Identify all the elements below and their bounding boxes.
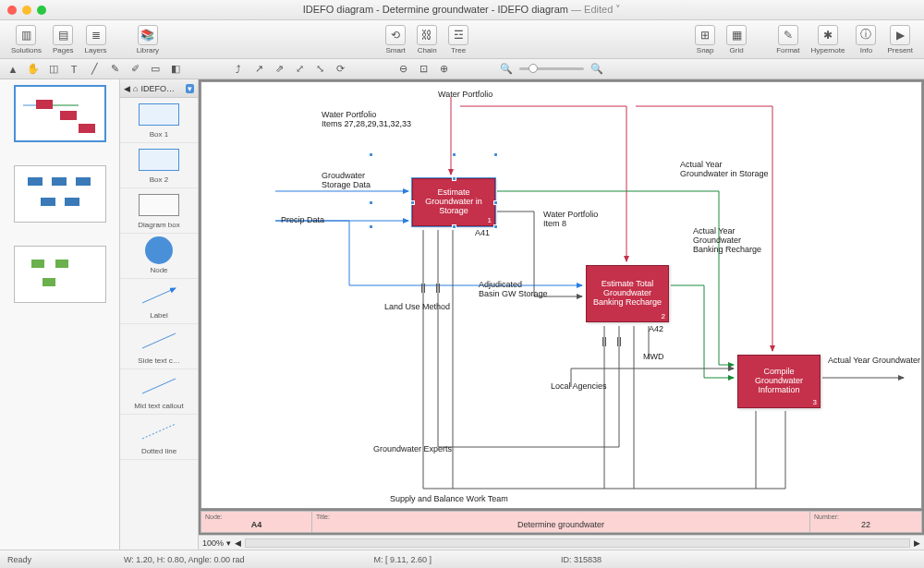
callout-tool[interactable]: ◧ xyxy=(168,62,183,77)
zoom-slider[interactable] xyxy=(519,67,584,70)
number-field-label: Number: xyxy=(814,514,918,520)
label-ay-banking: Actual Year Groundwater Banking Recharge xyxy=(693,226,761,254)
label-ay-groundwater: Actual Year Groundwater xyxy=(828,356,920,365)
pencil-tool[interactable]: ✎ xyxy=(107,62,122,77)
label-precip: Precip Data xyxy=(281,215,324,224)
page-thumb-1[interactable] xyxy=(14,85,106,142)
pointer-tool[interactable]: ▲ xyxy=(6,62,20,77)
zoom-value-select[interactable]: 100% ▾ xyxy=(202,538,231,548)
lib-item-label[interactable]: Label xyxy=(120,279,198,324)
svg-line-15 xyxy=(142,379,176,393)
lasso-tool[interactable]: ◫ xyxy=(46,62,61,77)
hypernote-button[interactable]: ✱Hypernote xyxy=(806,21,851,58)
zoom-out2[interactable]: 🔍 xyxy=(499,62,514,77)
tree-button[interactable]: ☲Tree xyxy=(443,21,474,58)
resize-handle[interactable] xyxy=(493,200,498,205)
hand-tool[interactable]: ✋ xyxy=(26,62,41,77)
grid-button[interactable]: ▦Grid xyxy=(721,21,752,58)
page-thumb-3[interactable] xyxy=(14,246,106,303)
svg-rect-12 xyxy=(43,278,55,286)
svg-rect-5 xyxy=(28,177,43,186)
zoom-icon[interactable] xyxy=(37,6,46,15)
conn5-tool[interactable]: ⤡ xyxy=(312,62,327,77)
resize-handle[interactable] xyxy=(452,152,456,157)
resize-handle[interactable] xyxy=(369,152,373,157)
label-mwd: MWD xyxy=(643,352,664,361)
solutions-icon: ▥ xyxy=(16,25,36,45)
conn4-tool[interactable]: ⤢ xyxy=(292,62,307,77)
tool-row: ▲ ✋ ◫ T ╱ ✎ ✐ ▭ ◧ ⤴ ↗ ⇗ ⤢ ⤡ ⟳ ⊖ ⊡ ⊕ 🔍 🔍 xyxy=(0,59,924,79)
library-header[interactable]: ◀ ⌂ IDEFO… ▾ xyxy=(120,79,198,98)
text-tool[interactable]: T xyxy=(67,62,81,77)
mid-text-shape xyxy=(137,373,181,399)
diagram-box-b3[interactable]: Compile Groundwater Information3 xyxy=(737,355,821,408)
resize-handle[interactable] xyxy=(410,200,415,205)
lib-item-diagram-box[interactable]: Diagram box xyxy=(120,188,198,234)
page-thumb-2[interactable] xyxy=(14,165,106,223)
h-scrollbar[interactable] xyxy=(245,538,910,548)
resize-handle[interactable] xyxy=(452,176,456,181)
format-button[interactable]: ✎Format xyxy=(771,21,805,58)
present-button[interactable]: ▶Present xyxy=(881,21,918,58)
solutions-button[interactable]: ▥Solutions xyxy=(6,21,47,58)
conn3-tool[interactable]: ⇗ xyxy=(272,62,286,77)
label-wp-items: Water Portfolio Items 27,28,29,31,32,33 xyxy=(322,110,411,128)
close-icon[interactable] xyxy=(7,6,17,15)
lib-item-dotted[interactable]: Dotted line xyxy=(120,415,198,460)
node-shape xyxy=(137,237,181,263)
dotted-shape xyxy=(137,418,181,444)
lib-item-box2[interactable]: Box 2 xyxy=(120,143,198,188)
scroll-left-icon[interactable]: ◀ xyxy=(235,538,241,548)
info-icon: ⓘ xyxy=(856,25,876,45)
lib-back-icon[interactable]: ◀ xyxy=(124,84,130,93)
pages-button[interactable]: ▤Pages xyxy=(47,21,79,58)
svg-rect-11 xyxy=(55,260,68,268)
zoom-in-tool[interactable]: ⊕ xyxy=(436,62,451,77)
svg-line-16 xyxy=(142,424,176,439)
svg-line-13 xyxy=(142,288,176,303)
scroll-right-icon[interactable]: ▶ xyxy=(914,538,920,548)
lib-menu-icon[interactable]: ▾ xyxy=(186,84,194,93)
lib-item-node[interactable]: Node xyxy=(120,234,198,279)
node-value: A4 xyxy=(205,520,308,529)
diagram-box-shape xyxy=(137,192,181,218)
library-button[interactable]: 📚Library xyxy=(131,21,164,58)
pages-icon: ▤ xyxy=(53,25,73,45)
resize-handle[interactable] xyxy=(493,152,498,157)
hypernote-icon: ✱ xyxy=(818,25,838,45)
resize-handle[interactable] xyxy=(369,224,373,229)
conn2-tool[interactable]: ↗ xyxy=(251,62,266,77)
lib-item-side-text[interactable]: Side text c… xyxy=(120,324,198,369)
zoom-in2[interactable]: 🔍 xyxy=(590,62,604,77)
resize-handle[interactable] xyxy=(452,224,456,229)
eyedrop-tool[interactable]: ✐ xyxy=(128,62,142,77)
label-adjudicated: Adjudicated Basin GW Storage xyxy=(479,280,548,298)
line-tool[interactable]: ╱ xyxy=(87,62,102,77)
shape-tool[interactable]: ▭ xyxy=(148,62,163,77)
smart-button[interactable]: ⟲Smart xyxy=(380,21,411,58)
conn1-tool[interactable]: ⤴ xyxy=(231,62,246,77)
resize-handle[interactable] xyxy=(493,224,498,229)
layers-button[interactable]: ≣Layers xyxy=(79,21,113,58)
zoom-fit-tool[interactable]: ⊡ xyxy=(416,62,431,77)
minimize-icon[interactable] xyxy=(22,6,31,15)
box2-shape xyxy=(137,147,181,173)
diagram-box-b2[interactable]: Estimate Total Groundwater Banking Recha… xyxy=(586,265,669,322)
chain-button[interactable]: ⛓Chain xyxy=(411,21,443,58)
conn6-tool[interactable]: ⟳ xyxy=(333,62,347,77)
diagram-infobar: Node:A4 Title:Determine groundwater Numb… xyxy=(201,511,922,533)
label-water-portfolio: Water Portfolio xyxy=(438,90,492,99)
snap-button[interactable]: ⊞Snap xyxy=(689,21,721,58)
label-wp-item8: Water Portfolio Item 8 xyxy=(543,210,598,228)
canvas[interactable]: Water Portfolio Water Portfolio Items 27… xyxy=(201,81,922,509)
label-local-agencies: Local Agencies xyxy=(551,381,607,391)
svg-rect-10 xyxy=(31,260,44,268)
zoom-out-tool[interactable]: ⊖ xyxy=(395,62,410,77)
lib-home-icon[interactable]: ⌂ xyxy=(133,84,138,93)
smart-icon: ⟲ xyxy=(385,25,406,45)
lib-item-box1[interactable]: Box 1 xyxy=(120,98,198,143)
diagram-box-b1[interactable]: Estimate Groundwater in Storage1 xyxy=(412,178,495,226)
info-button[interactable]: ⓘInfo xyxy=(850,21,881,58)
lib-item-mid-text[interactable]: Mid text callout xyxy=(120,369,198,415)
resize-handle[interactable] xyxy=(369,200,373,205)
